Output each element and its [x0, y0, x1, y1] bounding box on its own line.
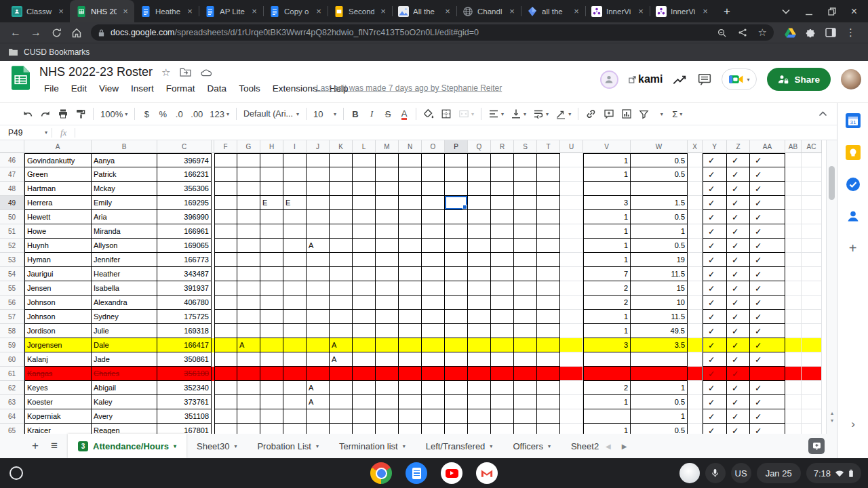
cell-C47[interactable]: 166231: [157, 167, 212, 182]
print-icon[interactable]: [54, 106, 72, 122]
cell-I54[interactable]: [283, 267, 307, 281]
col-header-G[interactable]: G: [237, 140, 260, 153]
cell-Q59[interactable]: [468, 338, 491, 352]
cell-G58[interactable]: [237, 324, 260, 338]
cell-F64[interactable]: [214, 409, 237, 424]
cell-O62[interactable]: [422, 381, 445, 395]
cell-AB53[interactable]: [785, 253, 802, 267]
cell-S49[interactable]: [514, 196, 537, 210]
cell-A61[interactable]: Kangas: [24, 367, 92, 381]
cell-Y55[interactable]: ✓: [703, 281, 727, 296]
cell-I46[interactable]: [283, 153, 307, 167]
cell-AC52[interactable]: [802, 239, 822, 253]
cell-P49[interactable]: [445, 196, 468, 210]
cell-M48[interactable]: [376, 182, 399, 196]
col-header-AC[interactable]: AC: [802, 140, 822, 153]
cell-T47[interactable]: [537, 167, 560, 182]
cell-Y57[interactable]: ✓: [703, 310, 727, 324]
cell-O55[interactable]: [422, 281, 445, 296]
cell-H58[interactable]: [260, 324, 283, 338]
cell-P57[interactable]: [445, 310, 468, 324]
cell-H51[interactable]: [260, 224, 283, 239]
cell-Y50[interactable]: ✓: [703, 210, 727, 224]
cell-M54[interactable]: [376, 267, 399, 281]
cell-R53[interactable]: [491, 253, 514, 267]
close-tab-icon[interactable]: ×: [443, 6, 452, 16]
cell-F46[interactable]: [214, 153, 237, 167]
cell-Z55[interactable]: ✓: [727, 281, 750, 296]
cell-Y60[interactable]: ✓: [703, 352, 727, 367]
cell-I47[interactable]: [283, 167, 307, 182]
cell-U61[interactable]: [560, 367, 583, 381]
cell-L48[interactable]: [353, 182, 376, 196]
cell-B48[interactable]: Mckay: [92, 182, 157, 196]
cell-AC58[interactable]: [802, 324, 822, 338]
cell-U49[interactable]: [560, 196, 583, 210]
side-panel-icon[interactable]: [825, 28, 836, 37]
row-header-56[interactable]: 56: [0, 296, 24, 310]
cell-X53[interactable]: [688, 253, 703, 267]
cell-AC57[interactable]: [802, 310, 822, 324]
cell-X47[interactable]: [688, 167, 703, 182]
cell-V50[interactable]: 1: [583, 210, 631, 224]
cell-M55[interactable]: [376, 281, 399, 296]
cell-AB51[interactable]: [785, 224, 802, 239]
cell-X56[interactable]: [688, 296, 703, 310]
cell-AC55[interactable]: [802, 281, 822, 296]
cell-W59[interactable]: 3.5: [631, 338, 688, 352]
paint-format-icon[interactable]: [72, 106, 90, 122]
cell-T54[interactable]: [537, 267, 560, 281]
cell-W65[interactable]: 0.5: [631, 424, 688, 434]
col-header-F[interactable]: F: [214, 140, 237, 153]
cell-T65[interactable]: [537, 424, 560, 434]
menu-format[interactable]: Format: [161, 82, 200, 95]
cell-P56[interactable]: [445, 296, 468, 310]
cell-AB57[interactable]: [785, 310, 802, 324]
cell-H62[interactable]: [260, 381, 283, 395]
cell-AB54[interactable]: [785, 267, 802, 281]
cell-T58[interactable]: [537, 324, 560, 338]
cell-L55[interactable]: [353, 281, 376, 296]
cell-R52[interactable]: [491, 239, 514, 253]
cell-V51[interactable]: 1: [583, 224, 631, 239]
cell-F57[interactable]: [214, 310, 237, 324]
cell-C52[interactable]: 169065: [157, 239, 212, 253]
cell-P50[interactable]: [445, 210, 468, 224]
cell-AA64[interactable]: ✓: [750, 409, 785, 424]
meet-button[interactable]: ▾: [722, 68, 757, 90]
cell-O54[interactable]: [422, 267, 445, 281]
cell-Q65[interactable]: [468, 424, 491, 434]
cell-AC56[interactable]: [802, 296, 822, 310]
cell-C59[interactable]: 166417: [157, 338, 212, 352]
cell-X60[interactable]: [688, 352, 703, 367]
home-icon[interactable]: [68, 24, 85, 41]
cell-W50[interactable]: 0.5: [631, 210, 688, 224]
cell-L54[interactable]: [353, 267, 376, 281]
cell-AA54[interactable]: ✓: [750, 267, 785, 281]
cell-B53[interactable]: Jennifer: [92, 253, 157, 267]
cell-I58[interactable]: [283, 324, 307, 338]
cell-H54[interactable]: [260, 267, 283, 281]
cell-Z46[interactable]: ✓: [727, 153, 750, 167]
cell-A56[interactable]: Johnson: [24, 296, 92, 310]
document-title[interactable]: NHS 2022-23 Roster: [39, 65, 153, 79]
cell-T53[interactable]: [537, 253, 560, 267]
sheet-tab-caret-icon[interactable]: ▾: [490, 443, 492, 449]
cell-A64[interactable]: Koperniak: [24, 409, 92, 424]
tasks-icon[interactable]: [845, 176, 861, 192]
cell-K54[interactable]: [330, 267, 353, 281]
cell-S57[interactable]: [514, 310, 537, 324]
close-window-button[interactable]: ×: [851, 5, 857, 18]
gmail-app-icon[interactable]: [476, 462, 498, 484]
cell-F47[interactable]: [214, 167, 237, 182]
cell-Z52[interactable]: ✓: [727, 239, 750, 253]
browser-tab-2[interactable]: NHS 20×: [70, 0, 134, 22]
cell-J55[interactable]: [307, 281, 330, 296]
menu-data[interactable]: Data: [203, 82, 232, 95]
cell-C63[interactable]: 373761: [157, 395, 212, 409]
cell-N64[interactable]: [399, 409, 422, 424]
cell-F61[interactable]: [214, 367, 237, 381]
cell-N54[interactable]: [399, 267, 422, 281]
cell-AB47[interactable]: [785, 167, 802, 182]
cell-Q51[interactable]: [468, 224, 491, 239]
